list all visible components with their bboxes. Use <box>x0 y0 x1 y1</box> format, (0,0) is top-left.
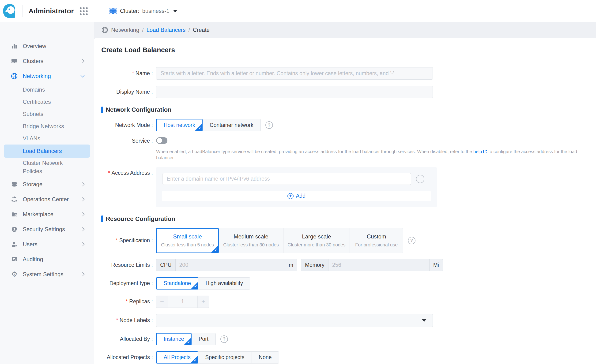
display-name-input[interactable] <box>156 86 433 98</box>
top-header: Administrator Cluster: business-1 <box>0 0 596 22</box>
servers-icon <box>11 57 18 65</box>
remove-address-button[interactable]: − <box>416 175 424 183</box>
sidebar-item-overview[interactable]: Overview <box>0 39 94 54</box>
access-address-input[interactable] <box>162 173 411 185</box>
chevron-right-icon <box>81 182 85 186</box>
divider <box>101 60 589 60</box>
spec-large-scale[interactable]: Large scale Cluster more than 30 nodes <box>283 228 350 253</box>
sidebar-item-certificates[interactable]: Certificates <box>0 96 94 108</box>
sidebar-item-operations-center[interactable]: Operations Center <box>0 192 94 207</box>
specification-row: *Specification : Small scale Cluster les… <box>101 228 589 253</box>
allocated-projects-label: Allocated Projects : <box>101 354 153 360</box>
allocated-projects-specific[interactable]: Specific projects <box>198 351 252 364</box>
cluster-value[interactable]: business-1 <box>142 8 169 14</box>
section-accent-bar <box>101 216 103 222</box>
sidebar-item-clusters[interactable]: Clusters <box>0 54 94 69</box>
shield-icon <box>11 226 18 233</box>
required-mark: * <box>132 70 134 76</box>
allocated-by-label: Allocated By : <box>101 336 153 342</box>
sidebar-item-security-settings[interactable]: Security Settings <box>0 222 94 237</box>
sidebar-item-bridge-networks[interactable]: Bridge Networks <box>0 120 94 132</box>
resource-limits-label: Resource Limits : <box>101 262 153 268</box>
sidebar-item-auditing[interactable]: Auditing <box>0 252 94 267</box>
app-switcher-grid-icon[interactable] <box>80 7 88 15</box>
memory-prefix: Memory <box>301 259 328 271</box>
breadcrumb: Networking / Load Balancers / Create <box>94 22 596 38</box>
network-mode-container[interactable]: Container network <box>202 119 261 131</box>
replicas-decrement-button[interactable]: − <box>156 296 168 307</box>
deployment-type-label: Deployment type : <box>101 280 153 286</box>
breadcrumb-networking: Networking <box>111 27 139 33</box>
cluster-servers-icon <box>109 7 117 15</box>
sidebar-item-subnets[interactable]: Subnets <box>0 108 94 120</box>
help-question-icon[interactable]: ? <box>220 335 228 343</box>
allocated-by-group: Instance Port <box>156 333 216 345</box>
replicas-increment-button[interactable]: + <box>198 296 209 307</box>
chevron-right-icon <box>81 242 85 247</box>
sidebar-item-networking[interactable]: Networking <box>0 69 94 84</box>
help-question-icon[interactable]: ? <box>265 121 273 129</box>
external-link-icon <box>483 149 487 154</box>
sidebar-item-cluster-network-policies[interactable]: Cluster Network Policies <box>0 158 94 177</box>
allocated-by-row: Allocated By : Instance Port ? <box>101 333 589 345</box>
header-divider <box>22 5 22 17</box>
folder-gear-icon <box>11 211 18 218</box>
cpu-limit-input[interactable] <box>176 259 285 271</box>
section-accent-bar <box>101 107 103 113</box>
network-mode-group: Host network Container network <box>156 119 261 131</box>
database-icon <box>11 181 18 188</box>
resource-limits-row: Resource Limits : CPU m Memory Mi <box>101 259 589 271</box>
deployment-high-availability[interactable]: High availability <box>198 277 250 290</box>
chevron-right-icon <box>81 272 85 277</box>
deployment-standalone[interactable]: Standalone <box>156 277 198 290</box>
service-toggle[interactable] <box>156 137 167 144</box>
service-help-text: When enabled, a LoadBalancer type servic… <box>156 148 589 161</box>
brand-logo-icon[interactable] <box>2 3 18 19</box>
allocated-by-port[interactable]: Port <box>191 333 216 345</box>
allocated-by-instance[interactable]: Instance <box>156 333 192 345</box>
breadcrumb-load-balancers-link[interactable]: Load Balancers <box>147 27 186 33</box>
main-content: Networking / Load Balancers / Create Cre… <box>94 22 596 364</box>
spec-small-scale[interactable]: Small scale Cluster less than 5 nodes <box>156 228 219 253</box>
deployment-type-group: Standalone High availability <box>156 277 250 290</box>
name-label: Name : <box>135 70 153 76</box>
deployment-type-row: Deployment type : Standalone High availa… <box>101 277 589 290</box>
name-row: *Name : <box>101 67 589 80</box>
app-root: Administrator Cluster: business-1 <box>0 0 596 364</box>
service-row: Service : When enabled, a LoadBalancer t… <box>101 137 589 161</box>
sidebar-item-domains[interactable]: Domains <box>0 84 94 96</box>
display-name-row: Display Name : <box>101 86 589 98</box>
chevron-down-icon <box>422 319 426 322</box>
toggle-knob <box>157 138 162 143</box>
sidebar-item-vlans[interactable]: VLANs <box>0 132 94 145</box>
chevron-right-icon <box>81 59 85 63</box>
network-mode-host[interactable]: Host network <box>156 119 202 131</box>
memory-limit-group: Memory Mi <box>301 259 443 271</box>
allocated-projects-group: All Projects Specific projects None <box>156 351 279 364</box>
sidebar-item-load-balancers[interactable]: Load Balancers <box>4 145 90 158</box>
service-label: Service : <box>101 137 153 144</box>
globe-icon <box>11 72 18 80</box>
audit-log-icon <box>11 255 18 263</box>
memory-limit-input[interactable] <box>328 259 429 271</box>
replicas-value[interactable]: 1 <box>168 296 198 307</box>
allocated-projects-none[interactable]: None <box>252 351 279 364</box>
spec-custom[interactable]: Custom For professional use <box>350 228 403 253</box>
spec-medium-scale[interactable]: Medium scale Cluster less than 30 nodes <box>218 228 283 253</box>
allocated-projects-all[interactable]: All Projects <box>156 351 198 364</box>
sidebar-item-marketplace[interactable]: Marketplace <box>0 207 94 222</box>
help-link[interactable]: help <box>473 149 482 154</box>
cluster-selector[interactable]: Cluster: business-1 <box>109 7 178 15</box>
sidebar-item-users[interactable]: Users <box>0 237 94 252</box>
help-question-icon[interactable]: ? <box>408 237 416 244</box>
cpu-unit: m <box>285 259 297 271</box>
plus-circle-icon: + <box>287 193 294 199</box>
replicas-row: *Replicas : − 1 + <box>101 296 589 308</box>
sidebar-item-system-settings[interactable]: ⚙ System Settings <box>0 267 94 282</box>
sidebar-item-storage[interactable]: Storage <box>0 177 94 192</box>
app-title: Administrator <box>29 7 74 15</box>
node-labels-select[interactable] <box>156 314 433 327</box>
add-address-button[interactable]: + Add <box>162 191 431 201</box>
name-input[interactable] <box>156 67 433 80</box>
access-address-row: *Access Address : − + Add <box>101 167 589 207</box>
